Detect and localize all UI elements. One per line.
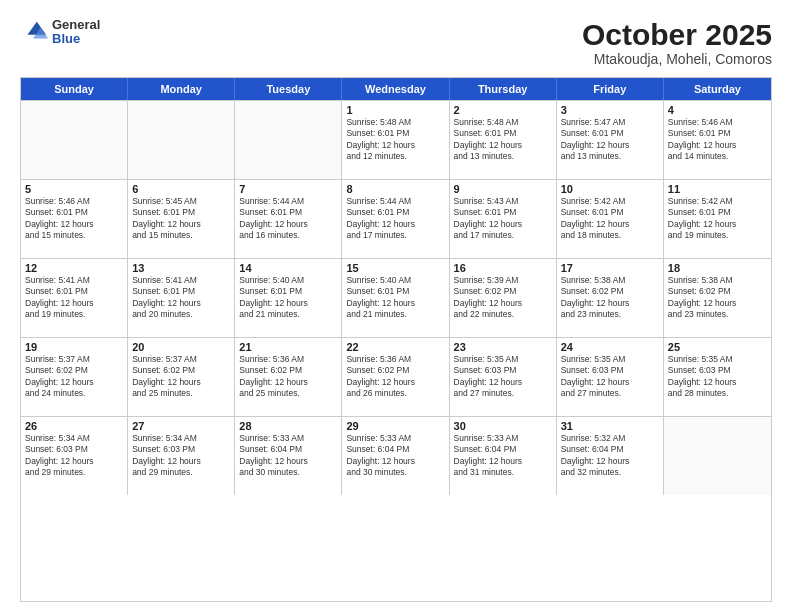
calendar-cell [664,417,771,495]
day-of-week-header: Thursday [450,78,557,100]
calendar-week-row: 19Sunrise: 5:37 AM Sunset: 6:02 PM Dayli… [21,337,771,416]
day-info: Sunrise: 5:36 AM Sunset: 6:02 PM Dayligh… [346,354,444,400]
day-number: 18 [668,262,767,274]
day-number: 11 [668,183,767,195]
day-info: Sunrise: 5:43 AM Sunset: 6:01 PM Dayligh… [454,196,552,242]
calendar-subtitle: Mtakoudja, Moheli, Comoros [582,51,772,67]
day-info: Sunrise: 5:33 AM Sunset: 6:04 PM Dayligh… [346,433,444,479]
calendar-cell: 2Sunrise: 5:48 AM Sunset: 6:01 PM Daylig… [450,101,557,179]
day-number: 9 [454,183,552,195]
calendar-cell: 19Sunrise: 5:37 AM Sunset: 6:02 PM Dayli… [21,338,128,416]
day-info: Sunrise: 5:35 AM Sunset: 6:03 PM Dayligh… [668,354,767,400]
day-info: Sunrise: 5:46 AM Sunset: 6:01 PM Dayligh… [668,117,767,163]
calendar-cell: 3Sunrise: 5:47 AM Sunset: 6:01 PM Daylig… [557,101,664,179]
day-number: 26 [25,420,123,432]
header: General Blue October 2025 Mtakoudja, Moh… [20,18,772,67]
day-number: 29 [346,420,444,432]
logo: General Blue [20,18,100,47]
calendar-title: October 2025 [582,18,772,51]
day-number: 20 [132,341,230,353]
day-info: Sunrise: 5:39 AM Sunset: 6:02 PM Dayligh… [454,275,552,321]
day-number: 1 [346,104,444,116]
day-number: 5 [25,183,123,195]
calendar-cell: 15Sunrise: 5:40 AM Sunset: 6:01 PM Dayli… [342,259,449,337]
calendar-cell: 13Sunrise: 5:41 AM Sunset: 6:01 PM Dayli… [128,259,235,337]
calendar-cell: 8Sunrise: 5:44 AM Sunset: 6:01 PM Daylig… [342,180,449,258]
day-number: 13 [132,262,230,274]
day-info: Sunrise: 5:35 AM Sunset: 6:03 PM Dayligh… [454,354,552,400]
day-number: 25 [668,341,767,353]
logo-icon [20,18,48,46]
calendar: SundayMondayTuesdayWednesdayThursdayFrid… [20,77,772,602]
day-number: 22 [346,341,444,353]
day-number: 3 [561,104,659,116]
calendar-cell: 5Sunrise: 5:46 AM Sunset: 6:01 PM Daylig… [21,180,128,258]
day-info: Sunrise: 5:45 AM Sunset: 6:01 PM Dayligh… [132,196,230,242]
calendar-cell: 18Sunrise: 5:38 AM Sunset: 6:02 PM Dayli… [664,259,771,337]
calendar-cell: 6Sunrise: 5:45 AM Sunset: 6:01 PM Daylig… [128,180,235,258]
calendar-cell: 4Sunrise: 5:46 AM Sunset: 6:01 PM Daylig… [664,101,771,179]
day-number: 10 [561,183,659,195]
calendar-cell: 30Sunrise: 5:33 AM Sunset: 6:04 PM Dayli… [450,417,557,495]
calendar-cell: 21Sunrise: 5:36 AM Sunset: 6:02 PM Dayli… [235,338,342,416]
day-number: 24 [561,341,659,353]
day-info: Sunrise: 5:37 AM Sunset: 6:02 PM Dayligh… [132,354,230,400]
day-info: Sunrise: 5:36 AM Sunset: 6:02 PM Dayligh… [239,354,337,400]
day-info: Sunrise: 5:44 AM Sunset: 6:01 PM Dayligh… [239,196,337,242]
calendar-week-row: 5Sunrise: 5:46 AM Sunset: 6:01 PM Daylig… [21,179,771,258]
day-info: Sunrise: 5:42 AM Sunset: 6:01 PM Dayligh… [668,196,767,242]
day-info: Sunrise: 5:34 AM Sunset: 6:03 PM Dayligh… [25,433,123,479]
page: General Blue October 2025 Mtakoudja, Moh… [0,0,792,612]
day-number: 6 [132,183,230,195]
day-info: Sunrise: 5:38 AM Sunset: 6:02 PM Dayligh… [561,275,659,321]
day-info: Sunrise: 5:48 AM Sunset: 6:01 PM Dayligh… [454,117,552,163]
day-info: Sunrise: 5:42 AM Sunset: 6:01 PM Dayligh… [561,196,659,242]
day-info: Sunrise: 5:33 AM Sunset: 6:04 PM Dayligh… [454,433,552,479]
day-info: Sunrise: 5:32 AM Sunset: 6:04 PM Dayligh… [561,433,659,479]
day-info: Sunrise: 5:37 AM Sunset: 6:02 PM Dayligh… [25,354,123,400]
logo-general-text: General [52,18,100,32]
calendar-cell: 28Sunrise: 5:33 AM Sunset: 6:04 PM Dayli… [235,417,342,495]
calendar-cell: 29Sunrise: 5:33 AM Sunset: 6:04 PM Dayli… [342,417,449,495]
day-number: 7 [239,183,337,195]
day-number: 12 [25,262,123,274]
calendar-body: 1Sunrise: 5:48 AM Sunset: 6:01 PM Daylig… [21,100,771,495]
logo-text: General Blue [52,18,100,47]
calendar-cell: 23Sunrise: 5:35 AM Sunset: 6:03 PM Dayli… [450,338,557,416]
title-block: October 2025 Mtakoudja, Moheli, Comoros [582,18,772,67]
day-info: Sunrise: 5:40 AM Sunset: 6:01 PM Dayligh… [346,275,444,321]
day-info: Sunrise: 5:48 AM Sunset: 6:01 PM Dayligh… [346,117,444,163]
day-of-week-header: Monday [128,78,235,100]
calendar-week-row: 12Sunrise: 5:41 AM Sunset: 6:01 PM Dayli… [21,258,771,337]
day-info: Sunrise: 5:35 AM Sunset: 6:03 PM Dayligh… [561,354,659,400]
calendar-cell: 25Sunrise: 5:35 AM Sunset: 6:03 PM Dayli… [664,338,771,416]
day-number: 23 [454,341,552,353]
day-info: Sunrise: 5:34 AM Sunset: 6:03 PM Dayligh… [132,433,230,479]
day-of-week-header: Saturday [664,78,771,100]
calendar-cell: 12Sunrise: 5:41 AM Sunset: 6:01 PM Dayli… [21,259,128,337]
day-number: 19 [25,341,123,353]
calendar-cell [235,101,342,179]
day-number: 4 [668,104,767,116]
day-info: Sunrise: 5:40 AM Sunset: 6:01 PM Dayligh… [239,275,337,321]
day-number: 2 [454,104,552,116]
day-info: Sunrise: 5:41 AM Sunset: 6:01 PM Dayligh… [25,275,123,321]
day-number: 16 [454,262,552,274]
calendar-cell: 14Sunrise: 5:40 AM Sunset: 6:01 PM Dayli… [235,259,342,337]
day-info: Sunrise: 5:38 AM Sunset: 6:02 PM Dayligh… [668,275,767,321]
calendar-header-row: SundayMondayTuesdayWednesdayThursdayFrid… [21,78,771,100]
day-number: 27 [132,420,230,432]
calendar-cell: 16Sunrise: 5:39 AM Sunset: 6:02 PM Dayli… [450,259,557,337]
calendar-cell: 17Sunrise: 5:38 AM Sunset: 6:02 PM Dayli… [557,259,664,337]
day-number: 8 [346,183,444,195]
day-number: 21 [239,341,337,353]
calendar-cell: 10Sunrise: 5:42 AM Sunset: 6:01 PM Dayli… [557,180,664,258]
calendar-cell: 31Sunrise: 5:32 AM Sunset: 6:04 PM Dayli… [557,417,664,495]
day-info: Sunrise: 5:44 AM Sunset: 6:01 PM Dayligh… [346,196,444,242]
calendar-cell [128,101,235,179]
day-of-week-header: Friday [557,78,664,100]
calendar-cell: 1Sunrise: 5:48 AM Sunset: 6:01 PM Daylig… [342,101,449,179]
calendar-cell: 20Sunrise: 5:37 AM Sunset: 6:02 PM Dayli… [128,338,235,416]
day-number: 14 [239,262,337,274]
day-info: Sunrise: 5:46 AM Sunset: 6:01 PM Dayligh… [25,196,123,242]
